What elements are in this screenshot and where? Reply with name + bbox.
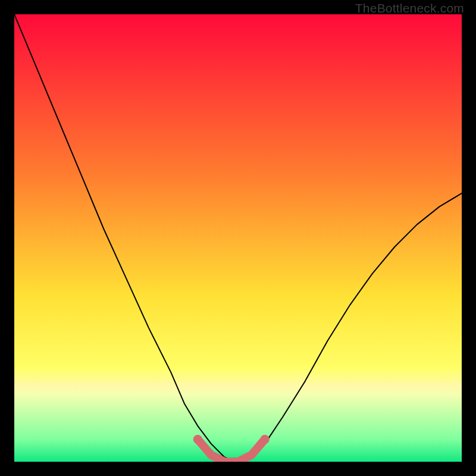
chart-frame: TheBottleneck.com	[0, 0, 476, 476]
gradient-background	[14, 14, 462, 462]
optimal-zone-marker-endpoint	[193, 435, 202, 444]
bottleneck-chart	[14, 14, 462, 462]
optimal-zone-marker-endpoint	[260, 435, 269, 444]
watermark-text: TheBottleneck.com	[355, 1, 464, 15]
